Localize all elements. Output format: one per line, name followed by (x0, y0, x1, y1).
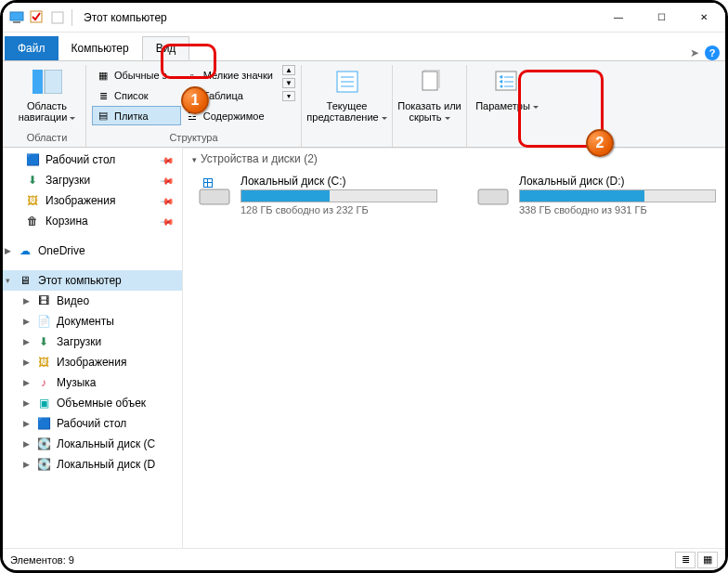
svg-rect-19 (204, 183, 207, 187)
drive-icon: 💽 (36, 457, 51, 472)
chevron-right-icon[interactable]: ▶ (21, 337, 31, 346)
this-pc-icon (8, 9, 25, 26)
nav-drive-d[interactable]: ▶💽Локальный диск (D (3, 454, 182, 475)
group-label-layout: Структура (92, 130, 295, 147)
chevron-right-icon[interactable]: ▶ (21, 296, 31, 306)
nav-videos[interactable]: ▶🎞Видео (3, 291, 182, 311)
tab-file[interactable]: Файл (5, 36, 58, 60)
options-icon (492, 67, 522, 97)
small-icons-icon: ▫ (185, 69, 200, 82)
layout-small-icons[interactable]: ▫Мелкие значки (181, 65, 279, 85)
drive-c-bar (240, 189, 437, 202)
pin-icon[interactable]: ➤ (690, 46, 699, 59)
layout-expand[interactable]: ▾ (282, 91, 295, 101)
navigation-pane-button[interactable]: Область навигации (15, 65, 80, 123)
nav-pictures[interactable]: 🖼Изображения📌 (3, 190, 182, 211)
nav-downloads[interactable]: ⬇Загрузки📌 (3, 170, 182, 190)
drive-c-tile[interactable]: Локальный диск (C:) 128 ГБ свободно из 2… (196, 175, 437, 215)
this-pc-icon: 🖥 (18, 273, 32, 288)
pin-icon[interactable]: 📌 (160, 214, 175, 228)
qat-checkbox-icon[interactable] (29, 9, 46, 26)
nav-desktop[interactable]: 🟦Рабочий стол📌 (3, 150, 182, 170)
pin-icon[interactable]: 📌 (160, 193, 175, 208)
svg-rect-4 (32, 70, 43, 94)
drive-d-bar (519, 189, 716, 202)
nav-documents[interactable]: ▶📄Документы (3, 311, 182, 332)
layout-tiles[interactable]: ▤Плитка (92, 106, 181, 125)
layout-scroll-down[interactable]: ▼ (282, 78, 295, 88)
svg-rect-10 (422, 72, 437, 90)
nav-desktop2[interactable]: ▶🟦Рабочий стол (3, 413, 182, 434)
svg-rect-17 (204, 179, 207, 182)
annotation-2: 2 (586, 129, 614, 157)
current-view-button[interactable]: Текущее представление (306, 65, 388, 123)
downloads-icon: ⬇ (25, 173, 40, 188)
desktop-icon: 🟦 (25, 152, 40, 167)
navigation-pane[interactable]: 🟦Рабочий стол📌 ⬇Загрузки📌 🖼Изображения📌 … (3, 148, 183, 548)
pin-icon[interactable]: 📌 (160, 173, 175, 188)
options-label: Параметры (475, 100, 539, 111)
annotation-1: 1 (181, 86, 209, 114)
ribbon: Область навигации Области ▦Обычные з ≣Сп… (3, 60, 725, 148)
chevron-right-icon[interactable]: ▶ (21, 358, 31, 367)
nav-3d-objects[interactable]: ▶▣Объемные объек (3, 393, 182, 413)
maximize-button[interactable]: ☐ (640, 3, 682, 33)
svg-rect-18 (208, 179, 212, 182)
chevron-right-icon[interactable]: ▶ (21, 460, 31, 469)
current-view-label: Текущее представление (306, 100, 388, 123)
nav-downloads2[interactable]: ▶⬇Загрузки (3, 332, 182, 352)
current-view-icon (332, 67, 362, 97)
group-label-panes: Области (14, 130, 80, 147)
window-title: Этот компьютер (84, 11, 167, 24)
chevron-right-icon[interactable]: ▶ (21, 317, 31, 326)
drive-d-sub: 338 ГБ свободно из 931 ГБ (519, 204, 716, 215)
documents-icon: 📄 (36, 314, 51, 329)
nav-onedrive[interactable]: ▶☁OneDrive (3, 241, 182, 261)
ribbon-tabs: Файл Компьютер Вид ➤ ? (3, 33, 725, 60)
objects3d-icon: ▣ (36, 396, 51, 410)
nav-music[interactable]: ▶♪Музыка (3, 372, 182, 393)
titlebar: Этот компьютер — ☐ ✕ (3, 3, 725, 33)
chevron-right-icon[interactable]: ▶ (21, 439, 31, 449)
section-header[interactable]: ▾Устройства и диски (2) (183, 148, 725, 169)
music-icon: ♪ (36, 375, 51, 390)
tab-view[interactable]: Вид (142, 36, 190, 60)
svg-rect-0 (10, 12, 23, 20)
pin-icon[interactable]: 📌 (160, 152, 175, 167)
view-large-button[interactable]: ▦ (697, 552, 718, 568)
status-bar: Элементов: 9 ≣ ▦ (3, 548, 725, 570)
nav-pictures2[interactable]: ▶🖼Изображения (3, 352, 182, 372)
separator (72, 9, 72, 26)
downloads-icon: ⬇ (36, 334, 51, 349)
chevron-right-icon[interactable]: ▶ (21, 378, 31, 387)
show-hide-icon (415, 67, 445, 97)
layout-large-icons[interactable]: ▦Обычные з (92, 65, 181, 85)
nav-recycle[interactable]: 🗑Корзина📌 (3, 211, 182, 231)
layout-list[interactable]: ≣Список (92, 85, 181, 106)
qat-blank-icon[interactable] (49, 9, 66, 26)
minimize-button[interactable]: — (597, 3, 640, 33)
chevron-right-icon[interactable]: ▶ (21, 398, 31, 408)
drive-c-sub: 128 ГБ свободно из 232 ГБ (240, 204, 437, 215)
nav-this-pc[interactable]: ▾🖥Этот компьютер (3, 270, 182, 291)
recycle-icon: 🗑 (25, 214, 40, 228)
nav-pane-label: Область навигации (15, 100, 80, 123)
status-item-count: Элементов: 9 (10, 554, 74, 566)
help-button[interactable]: ? (705, 46, 720, 60)
layout-scroll-up[interactable]: ▲ (282, 65, 295, 75)
svg-point-14 (500, 85, 503, 88)
close-button[interactable]: ✕ (682, 3, 725, 33)
options-button[interactable]: Параметры (471, 65, 543, 111)
drive-d-tile[interactable]: Локальный диск (D:) 338 ГБ свободно из 9… (474, 175, 716, 215)
chevron-right-icon[interactable]: ▶ (21, 419, 31, 428)
show-hide-button[interactable]: Показать или скрыть (396, 65, 463, 123)
chevron-down-icon[interactable]: ▾ (3, 276, 12, 285)
nav-drive-c[interactable]: ▶💽Локальный диск (C (3, 434, 182, 454)
view-details-button[interactable]: ≣ (675, 552, 696, 568)
svg-rect-11 (496, 72, 516, 90)
drive-c-icon (196, 175, 233, 212)
tab-computer[interactable]: Компьютер (58, 36, 142, 60)
chevron-right-icon[interactable]: ▶ (3, 246, 12, 255)
svg-rect-5 (45, 70, 62, 94)
svg-rect-1 (13, 21, 20, 23)
